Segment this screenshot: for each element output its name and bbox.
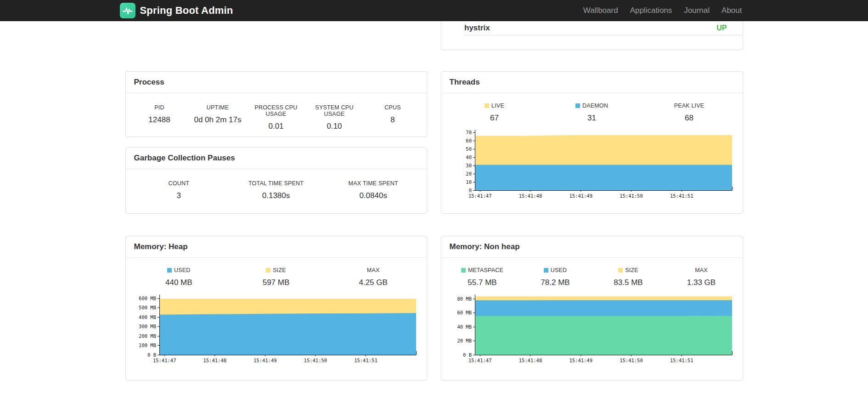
threads-card: Threads LIVE 67 DAEMON (441, 71, 743, 214)
svg-text:10: 10 (466, 179, 472, 185)
stat-label: PROCESS CPU USAGE (247, 104, 305, 117)
legend-item-used: USED 78.2 MB (519, 267, 592, 287)
stat-value: 8 (364, 115, 422, 125)
legend-label-text: USED (174, 267, 191, 273)
nav-link-about[interactable]: About (716, 6, 743, 15)
legend-value: 78.2 MB (519, 278, 592, 287)
right-column: Threads LIVE 67 DAEMON (441, 71, 743, 381)
svg-text:15:41:47: 15:41:47 (468, 358, 491, 363)
legend-label-text: USED (551, 267, 567, 273)
legend-swatch (266, 268, 271, 273)
legend-label: SIZE (592, 267, 665, 273)
process-card-title: Process (126, 72, 427, 93)
legend-item-size: SIZE 83.5 MB (592, 267, 665, 287)
legend-swatch (618, 268, 623, 273)
stat-value: 12488 (130, 115, 189, 125)
legend-label-text: SIZE (273, 267, 286, 273)
legend-swatch (167, 268, 172, 273)
svg-text:15:41:48: 15:41:48 (519, 193, 542, 199)
applications-status-card: hystrix UP (441, 21, 743, 50)
legend-value: 68 (641, 114, 738, 123)
legend-value: 55.7 MB (446, 278, 519, 287)
memory-nonheap-card-body: 80 MB60 MB40 MB20 MB0 B15:41:4715:41:481… (441, 291, 743, 367)
legend-label: USED (519, 267, 592, 273)
stat-label: CPUS (364, 104, 422, 111)
stat-value: 0.10 (305, 122, 364, 131)
stat-uptime: UPTIME 0d 0h 2m 17s (189, 104, 247, 131)
legend-label: SIZE (227, 267, 325, 273)
memory-nonheap-card: Memory: Non heap METASPACE 55.7 MB (441, 236, 743, 381)
svg-text:40: 40 (466, 154, 472, 160)
page: Spring Boot Admin Wallboard Applications… (0, 0, 868, 410)
legend-label: DAEMON (543, 102, 641, 109)
legend-item-daemon: DAEMON 31 (543, 102, 641, 123)
legend-item-live: LIVE 67 (446, 102, 543, 123)
legend-label-text: MAX (367, 267, 380, 273)
svg-text:200 MB: 200 MB (139, 333, 156, 339)
legend-label-text: MAX (695, 267, 708, 273)
stat-system-cpu: SYSTEM CPU USAGE 0.10 (305, 104, 364, 131)
legend-value: 31 (543, 114, 641, 123)
legend-item-metaspace: METASPACE 55.7 MB (446, 267, 519, 287)
stat-label: UPTIME (189, 104, 247, 111)
svg-text:600 MB: 600 MB (139, 296, 156, 301)
top-row-right: hystrix UP (441, 21, 743, 50)
gc-card-title: Garbage Collection Pauses (126, 148, 427, 169)
stat-label: PID (130, 104, 189, 111)
memory-heap-card-body: 600 MB500 MB400 MB300 MB200 MB100 MB0 B1… (126, 291, 427, 367)
nav-link-journal[interactable]: Journal (678, 6, 716, 15)
nav-link-wallboard[interactable]: Wallboard (577, 6, 624, 15)
legend-label: USED (130, 267, 228, 273)
stat-pid: PID 12488 (130, 104, 189, 131)
nav-link-applications[interactable]: Applications (624, 6, 678, 15)
legend-item-max: MAX 4.25 GB (325, 267, 422, 287)
svg-text:30: 30 (466, 163, 472, 168)
stat-gc-total-time: TOTAL TIME SPENT 0.1380s (227, 180, 325, 200)
svg-text:15:41:50: 15:41:50 (620, 193, 643, 199)
legend-label-text: PEAK LIVE (674, 102, 705, 109)
svg-text:15:41:51: 15:41:51 (670, 358, 693, 363)
memory-heap-legend: USED 440 MB SIZE 597 MB (126, 258, 427, 287)
stat-gc-count: COUNT 3 (130, 180, 228, 200)
legend-item-size: SIZE 597 MB (227, 267, 325, 287)
legend-label: MAX (665, 267, 738, 273)
top-row: hystrix UP (125, 21, 743, 50)
svg-text:60 MB: 60 MB (457, 310, 472, 315)
svg-text:15:41:47: 15:41:47 (468, 193, 491, 199)
legend-label: MAX (325, 267, 422, 273)
legend-value: 440 MB (130, 278, 228, 287)
stat-label: TOTAL TIME SPENT (227, 180, 325, 187)
threads-card-body: 70605040302010015:41:4715:41:4815:41:491… (441, 126, 743, 202)
svg-text:15:41:48: 15:41:48 (519, 358, 542, 363)
legend-value: 4.25 GB (325, 278, 422, 287)
stat-label: COUNT (130, 180, 228, 187)
memory-heap-card-title: Memory: Heap (126, 236, 427, 258)
stat-value: 0.1380s (227, 191, 325, 200)
process-stats: PID 12488 UPTIME 0d 0h 2m 17s PROCESS CP… (126, 93, 427, 131)
stat-gc-max-time: MAX TIME SPENT 0.0840s (325, 180, 422, 200)
legend-item-peak-live: PEAK LIVE 68 (641, 102, 738, 123)
svg-text:100 MB: 100 MB (139, 342, 156, 348)
legend-label: PEAK LIVE (641, 102, 738, 109)
main-grid: Process PID 12488 UPTIME 0d 0h 2m 17s PR… (125, 71, 743, 381)
svg-text:20: 20 (466, 171, 472, 177)
legend-swatch (544, 268, 548, 273)
brand[interactable]: Spring Boot Admin (120, 3, 233, 18)
svg-text:15:41:50: 15:41:50 (620, 358, 643, 363)
stat-value: 0.01 (247, 122, 305, 131)
memory-nonheap-legend: METASPACE 55.7 MB USED 78.2 MB (441, 258, 743, 287)
nonheap-chart: 80 MB60 MB40 MB20 MB0 B15:41:4715:41:481… (448, 291, 736, 367)
svg-text:50: 50 (466, 146, 472, 152)
stat-process-cpu: PROCESS CPU USAGE 0.01 (247, 104, 305, 131)
legend-value: 597 MB (227, 278, 325, 287)
legend-item-used: USED 440 MB (130, 267, 228, 287)
application-row[interactable]: hystrix UP (464, 21, 743, 35)
application-name[interactable]: hystrix (464, 23, 490, 33)
stat-value: 3 (130, 191, 228, 200)
svg-text:0 B: 0 B (147, 352, 156, 358)
svg-text:400 MB: 400 MB (139, 314, 156, 320)
threads-card-title: Threads (441, 72, 743, 93)
heap-chart: 600 MB500 MB400 MB300 MB200 MB100 MB0 B1… (133, 291, 420, 367)
stat-value: 0.0840s (325, 191, 422, 200)
svg-text:80 MB: 80 MB (457, 296, 472, 302)
